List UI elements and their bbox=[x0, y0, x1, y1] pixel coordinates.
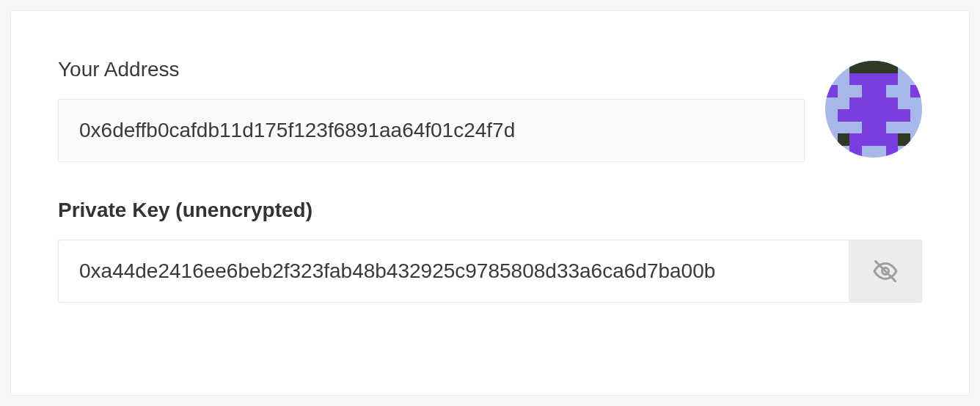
svg-rect-15 bbox=[874, 97, 886, 110]
svg-rect-25 bbox=[838, 133, 850, 146]
address-column: Your Address bbox=[58, 58, 805, 162]
svg-rect-17 bbox=[838, 109, 850, 122]
svg-rect-21 bbox=[886, 109, 899, 122]
address-input[interactable] bbox=[58, 99, 805, 162]
svg-rect-26 bbox=[898, 133, 910, 146]
svg-rect-23 bbox=[862, 122, 874, 134]
svg-rect-11 bbox=[874, 85, 886, 97]
svg-rect-28 bbox=[862, 133, 874, 146]
svg-rect-5 bbox=[849, 73, 862, 86]
identicon-svg bbox=[825, 61, 922, 158]
eye-off-icon bbox=[872, 258, 899, 284]
svg-rect-19 bbox=[862, 109, 874, 122]
private-key-section: Private Key (unencrypted) bbox=[58, 199, 922, 303]
address-section: Your Address bbox=[58, 58, 922, 162]
svg-rect-27 bbox=[849, 133, 862, 146]
svg-rect-32 bbox=[886, 146, 899, 158]
svg-rect-2 bbox=[862, 61, 874, 73]
svg-rect-13 bbox=[849, 97, 862, 110]
svg-rect-31 bbox=[849, 146, 862, 158]
private-key-input[interactable] bbox=[58, 240, 849, 303]
svg-rect-8 bbox=[886, 73, 899, 86]
identicon-avatar bbox=[825, 61, 922, 158]
svg-rect-9 bbox=[825, 85, 838, 97]
svg-rect-6 bbox=[862, 73, 874, 86]
svg-rect-1 bbox=[849, 61, 862, 73]
toggle-visibility-button[interactable] bbox=[849, 240, 922, 303]
wallet-card: Your Address bbox=[10, 10, 970, 396]
svg-rect-12 bbox=[910, 85, 923, 97]
svg-rect-16 bbox=[886, 97, 899, 110]
svg-rect-3 bbox=[874, 61, 886, 73]
private-key-label: Private Key (unencrypted) bbox=[58, 199, 922, 222]
address-label: Your Address bbox=[58, 58, 805, 81]
svg-rect-10 bbox=[862, 85, 874, 97]
svg-rect-7 bbox=[874, 73, 886, 86]
svg-rect-14 bbox=[862, 97, 874, 110]
svg-rect-4 bbox=[886, 61, 899, 73]
svg-rect-24 bbox=[874, 122, 886, 134]
svg-rect-29 bbox=[874, 133, 886, 146]
svg-rect-30 bbox=[886, 133, 899, 146]
private-key-row bbox=[58, 240, 922, 303]
svg-rect-22 bbox=[898, 109, 910, 122]
svg-rect-20 bbox=[874, 109, 886, 122]
svg-rect-18 bbox=[849, 109, 862, 122]
